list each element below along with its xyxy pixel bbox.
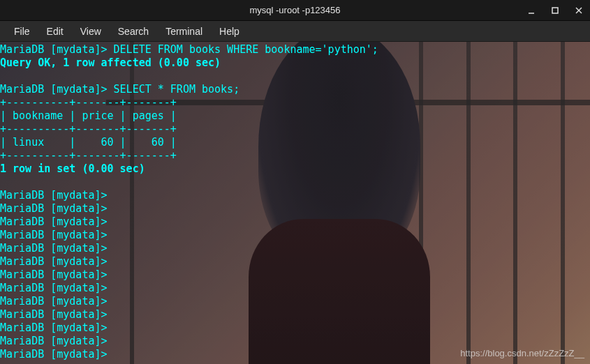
terminal-line: MariaDB [mydata]> DELETE FROM books WHER… <box>0 43 590 56</box>
svg-rect-1 <box>552 8 558 13</box>
minimize-button[interactable] <box>526 5 537 16</box>
terminal-line: +----------+-------+-------+ <box>0 149 590 162</box>
maximize-button[interactable] <box>550 5 561 16</box>
terminal-line: MariaDB [mydata]> <box>0 268 590 282</box>
close-icon <box>575 6 583 15</box>
menu-help[interactable]: Help <box>211 23 248 40</box>
terminal-line <box>0 70 590 83</box>
terminal-line: MariaDB [mydata]> <box>0 242 590 255</box>
menu-view[interactable]: View <box>72 23 110 40</box>
window-controls <box>526 5 584 16</box>
terminal-output[interactable]: MariaDB [mydata]> DELETE FROM books WHER… <box>0 42 590 361</box>
terminal-line: MariaDB [mydata]> <box>0 321 590 335</box>
menubar: File Edit View Search Terminal Help <box>0 21 590 42</box>
watermark: https://blog.csdn.net/zZzZzZ__ <box>460 348 584 358</box>
terminal-area[interactable]: MariaDB [mydata]> DELETE FROM books WHER… <box>0 42 590 364</box>
terminal-line: | bookname | price | pages | <box>0 109 590 123</box>
terminal-line: MariaDB [mydata]> <box>0 229 590 242</box>
terminal-line: +----------+-------+-------+ <box>0 96 590 109</box>
terminal-line: Query OK, 1 row affected (0.00 sec) <box>0 56 590 70</box>
terminal-line: +----------+-------+-------+ <box>0 123 590 136</box>
titlebar: mysql -uroot -p123456 <box>0 0 590 21</box>
terminal-line: 1 row in set (0.00 sec) <box>0 162 590 176</box>
terminal-line: MariaDB [mydata]> <box>0 255 590 268</box>
terminal-line: MariaDB [mydata]> SELECT * FROM books; <box>0 83 590 96</box>
window-title: mysql -uroot -p123456 <box>249 5 340 15</box>
terminal-line: MariaDB [mydata]> <box>0 282 590 295</box>
menu-edit[interactable]: Edit <box>38 23 72 40</box>
minimize-icon <box>527 6 536 15</box>
close-button[interactable] <box>573 5 584 16</box>
terminal-line: | linux | 60 | 60 | <box>0 136 590 149</box>
menu-terminal[interactable]: Terminal <box>157 23 211 40</box>
menu-search[interactable]: Search <box>110 23 157 40</box>
terminal-line: MariaDB [mydata]> <box>0 189 590 202</box>
terminal-line: MariaDB [mydata]> <box>0 308 590 321</box>
terminal-line: MariaDB [mydata]> <box>0 202 590 215</box>
terminal-line: MariaDB [mydata]> <box>0 335 590 348</box>
terminal-line: MariaDB [mydata]> <box>0 215 590 229</box>
terminal-line: MariaDB [mydata]> <box>0 295 590 308</box>
maximize-icon <box>551 6 559 15</box>
terminal-line <box>0 176 590 189</box>
menu-file[interactable]: File <box>6 23 38 40</box>
